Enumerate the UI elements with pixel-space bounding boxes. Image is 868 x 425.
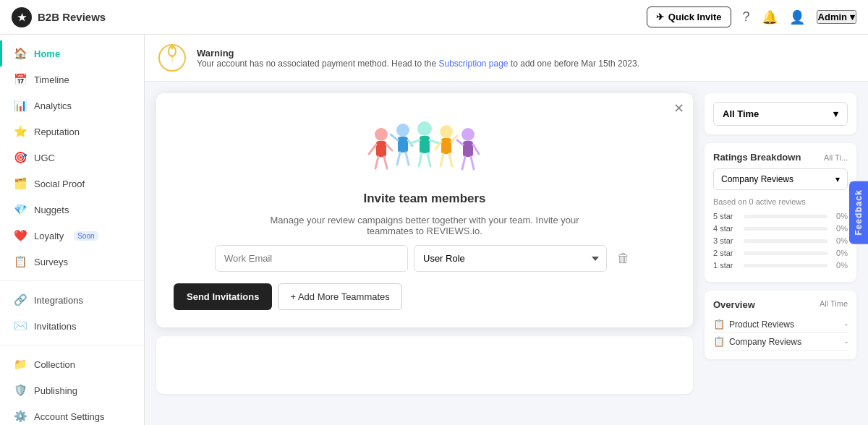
sidebar-item-analytics[interactable]: 📊 Analytics (0, 93, 144, 119)
sidebar-label: Loyalty (34, 231, 64, 241)
publishing-icon: 🛡️ (14, 384, 27, 397)
user-role-select[interactable]: User Role Admin Manager Viewer (414, 245, 607, 272)
warning-icon: ! (156, 42, 188, 74)
surveys-icon: 📋 (14, 255, 27, 268)
sidebar-item-publishing[interactable]: 🛡️ Publishing (0, 377, 144, 403)
company-reviews-filter-button[interactable]: Company Reviews ▾ (713, 168, 848, 190)
svg-line-33 (471, 157, 474, 169)
work-email-input[interactable] (215, 245, 408, 272)
svg-rect-29 (463, 141, 473, 157)
sidebar-item-account-settings[interactable]: ⚙️ Account Settings (0, 403, 144, 425)
sidebar-item-collection[interactable]: 📁 Collection (0, 351, 144, 377)
brand-name: B2B Reviews (38, 11, 106, 23)
svg-rect-23 (441, 138, 451, 154)
sidebar-divider (0, 345, 144, 345)
sidebar-label: Invitations (34, 321, 77, 332)
star-bar-bg (744, 252, 827, 255)
star-pct: 0% (832, 236, 848, 245)
sidebar-item-nuggets[interactable]: 💎 Nuggets (0, 197, 144, 223)
svg-line-15 (406, 153, 409, 165)
account-settings-icon: ⚙️ (14, 410, 27, 423)
svg-point-4 (375, 128, 388, 141)
sidebar-item-home[interactable]: 🏠 Home (0, 40, 144, 66)
modal-container: ✕ (156, 93, 693, 413)
integrations-icon: 🔗 (14, 293, 27, 306)
analytics-icon: 📊 (14, 99, 27, 112)
modal-actions: Send Invitations + Add More Teammates (174, 283, 402, 310)
overview-item-value: - (845, 337, 848, 347)
sidebar-divider (0, 280, 144, 281)
subscription-link[interactable]: Subscription page (438, 59, 508, 69)
warning-banner: ! Warning Your account has no associated… (145, 35, 868, 82)
time-filter-button[interactable]: All Time ▾ (713, 102, 848, 126)
chevron-down-icon: ▾ (850, 12, 855, 22)
sidebar-label: Collection (34, 359, 75, 370)
overview-item-icon: 📋 (713, 319, 725, 330)
svg-line-27 (449, 154, 452, 166)
add-more-teammates-button[interactable]: + Add More Teammates (278, 283, 401, 310)
quick-invite-button[interactable]: ✈ Quick Invite (647, 7, 731, 27)
sidebar-item-reputation[interactable]: ⭐ Reputation (0, 119, 144, 145)
delete-row-button[interactable]: 🗑 (613, 246, 634, 270)
modal-title: Invite team members (363, 192, 485, 206)
warning-text: Warning Your account has no associated p… (197, 48, 639, 69)
nuggets-icon: 💎 (14, 203, 27, 216)
ratings-time-label: All Ti... (824, 153, 848, 162)
svg-line-31 (473, 145, 479, 154)
overview-header: Overview All Time (713, 299, 848, 310)
brand-area: ★ B2B Reviews (12, 7, 106, 27)
admin-menu-button[interactable]: Admin ▾ (817, 10, 856, 24)
sidebar-label: Surveys (34, 257, 68, 267)
modal-close-button[interactable]: ✕ (673, 102, 684, 115)
sidebar-item-invitations[interactable]: ✉️ Invitations (0, 313, 144, 339)
top-navigation: ★ B2B Reviews ✈ Quick Invite ? 🔔 👤 Admin… (0, 0, 868, 35)
star-row: 1 star 0% (713, 261, 848, 270)
svg-rect-5 (376, 141, 386, 157)
star-pct: 0% (832, 212, 848, 220)
svg-text:!: ! (171, 53, 174, 64)
overview-items: 📋 Product Reviews -📋 Company Reviews - (713, 316, 848, 351)
overview-card: Overview All Time 📋 Product Reviews -📋 C… (705, 291, 856, 359)
modal-description: Manage your review campaigns better toge… (251, 215, 598, 236)
star-pct: 0% (832, 261, 848, 270)
overview-row: 📋 Product Reviews - (713, 316, 848, 333)
chevron-down-icon: ▾ (833, 108, 838, 119)
people-illustration (359, 114, 490, 179)
star-bar-bg (744, 215, 827, 218)
logo-icon: ★ (12, 7, 32, 27)
svg-line-9 (384, 157, 387, 168)
sidebar-item-loyalty[interactable]: ❤️ Loyalty Soon (0, 223, 144, 249)
send-icon: ✈ (656, 12, 664, 22)
sidebar: 🏠 Home 📅 Timeline 📊 Analytics ⭐ Reputati… (0, 35, 145, 425)
sidebar-item-ugc[interactable]: 🎯 UGC (0, 145, 144, 171)
chevron-down-icon: ▾ (835, 174, 840, 184)
star-bar-bg (744, 264, 827, 267)
sidebar-item-integrations[interactable]: 🔗 Integrations (0, 287, 144, 313)
help-icon[interactable]: ? (743, 9, 750, 25)
star-rows: 5 star 0%4 star 0%3 star 0%2 star 0%1 st… (713, 212, 848, 270)
overview-title: Overview (713, 299, 755, 310)
feedback-tab[interactable]: Feedback (849, 181, 868, 244)
star-pct: 0% (832, 224, 848, 233)
overview-item-label: Product Reviews (729, 319, 841, 330)
invite-form-row: User Role Admin Manager Viewer 🗑 (215, 245, 634, 272)
sidebar-label: UGC (34, 153, 55, 163)
soon-badge: Soon (74, 231, 98, 241)
content-area: ✕ (145, 82, 868, 425)
modal-illustration (359, 111, 490, 183)
svg-point-10 (396, 124, 409, 137)
sidebar-label: Reputation (34, 126, 80, 137)
notification-icon[interactable]: 🔔 (762, 9, 778, 25)
star-bar-bg (744, 227, 827, 231)
svg-line-8 (375, 157, 378, 168)
sidebar-item-timeline[interactable]: 📅 Timeline (0, 66, 144, 93)
send-invitations-button[interactable]: Send Invitations (174, 283, 272, 310)
user-icon[interactable]: 👤 (789, 9, 805, 25)
social-proof-icon: 🗂️ (14, 177, 27, 190)
topnav-actions: ✈ Quick Invite ? 🔔 👤 Admin ▾ (647, 7, 856, 27)
sidebar-item-surveys[interactable]: 📋 Surveys (0, 249, 144, 275)
warning-title: Warning (197, 48, 639, 59)
sidebar-item-social-proof[interactable]: 🗂️ Social Proof (0, 171, 144, 197)
star-row: 4 star 0% (713, 224, 848, 233)
star-label: 2 star (713, 249, 739, 257)
